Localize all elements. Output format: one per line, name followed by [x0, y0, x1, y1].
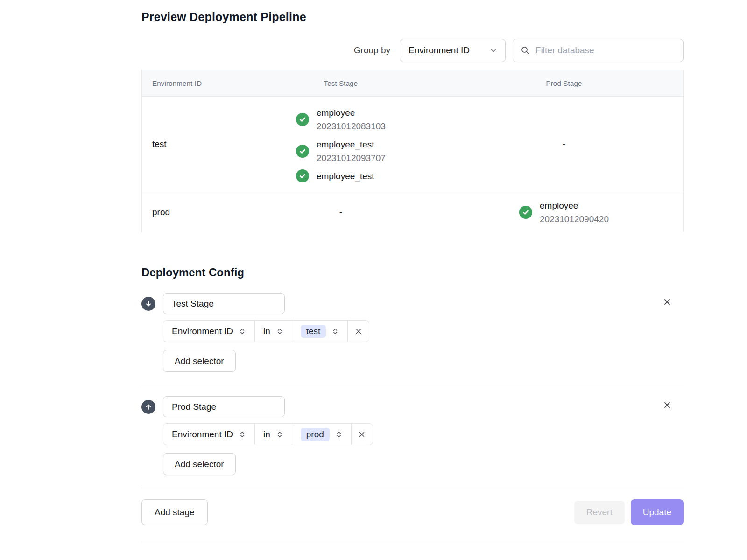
- success-check-icon: [519, 206, 532, 219]
- selector-key-select[interactable]: Environment ID: [163, 321, 254, 342]
- selector-operator-select[interactable]: in: [254, 424, 292, 445]
- selector-key-value: Environment ID: [172, 326, 233, 336]
- add-stage-button[interactable]: Add stage: [141, 499, 208, 525]
- task-item: employee_test 20231012093707: [296, 138, 386, 165]
- task-database-name: employee_test: [317, 138, 386, 151]
- table-row-prod: prod - employee 20231012090420: [142, 192, 683, 232]
- prod-stage-cell: -: [445, 139, 683, 149]
- selector-value-select[interactable]: test: [292, 321, 348, 342]
- remove-selector-button[interactable]: [351, 424, 373, 445]
- page-title: Preview Deployment Pipeline: [141, 0, 684, 24]
- success-check-icon: [296, 113, 309, 126]
- selector-value-select[interactable]: prod: [292, 424, 351, 445]
- success-check-icon: [296, 169, 309, 182]
- stage-config-test: Environment ID in test Add selector: [141, 293, 684, 372]
- updown-chevron-icon: [276, 431, 283, 438]
- arrow-down-circle-icon: [141, 297, 155, 311]
- task-item: employee 20231012083103: [296, 106, 386, 133]
- selector-operator-value: in: [263, 429, 270, 440]
- pipeline-table: Environment ID Test Stage Prod Stage tes…: [141, 70, 684, 232]
- actions-divider: [141, 488, 684, 488]
- column-header-environment-id: Environment ID: [142, 79, 237, 87]
- stage-name-input[interactable]: [163, 396, 285, 417]
- remove-stage-button[interactable]: [662, 297, 672, 307]
- remove-stage-button[interactable]: [662, 400, 672, 410]
- table-row-test: test employee 20231012083103: [142, 97, 683, 192]
- task-item: employee 20231012090420: [519, 199, 609, 226]
- column-header-test-stage: Test Stage: [237, 79, 445, 87]
- success-check-icon: [296, 145, 309, 158]
- prod-stage-cell: employee 20231012090420: [445, 199, 683, 226]
- task-database-name: employee: [317, 106, 386, 119]
- task-database-name: employee: [540, 199, 609, 212]
- group-by-select[interactable]: Environment ID: [400, 39, 506, 62]
- stage-name-input[interactable]: [163, 293, 285, 314]
- task-database-name: employee_test: [317, 169, 374, 183]
- arrow-up-circle-icon: [141, 400, 155, 414]
- updown-chevron-icon: [239, 328, 246, 335]
- environment-name: prod: [142, 207, 237, 217]
- add-selector-button[interactable]: Add selector: [163, 453, 236, 475]
- environment-name: test: [142, 139, 237, 149]
- page: Preview Deployment Pipeline Group by Env…: [0, 0, 747, 560]
- filter-database-box: [513, 39, 684, 62]
- selector-operator-select[interactable]: in: [254, 321, 292, 342]
- remove-selector-button[interactable]: [347, 321, 369, 342]
- revert-button[interactable]: Revert: [574, 501, 625, 524]
- add-selector-button[interactable]: Add selector: [163, 350, 236, 372]
- chevron-down-icon: [489, 46, 498, 55]
- pipeline-table-header: Environment ID Test Stage Prod Stage: [142, 70, 683, 97]
- selector-operator-value: in: [263, 326, 270, 336]
- empty-stage-dash: -: [563, 139, 565, 149]
- stage-config-prod: Environment ID in prod Add selector: [141, 396, 684, 475]
- updown-chevron-icon: [239, 431, 246, 438]
- close-icon: [662, 297, 672, 307]
- updown-chevron-icon: [276, 328, 283, 335]
- task-schema-version: 20231012093707: [317, 151, 386, 165]
- toolbar: Group by Environment ID: [141, 39, 684, 62]
- group-by-label: Group by: [354, 45, 390, 56]
- stage-divider: [141, 385, 684, 385]
- selector-key-value: Environment ID: [172, 429, 233, 440]
- task-schema-version: 20231012090420: [540, 212, 609, 226]
- bottom-divider: [141, 542, 684, 542]
- actions-row: Add stage Revert Update: [141, 499, 684, 525]
- empty-stage-dash: -: [339, 207, 342, 217]
- selector-row: Environment ID in test: [163, 320, 369, 342]
- test-stage-cell: employee 20231012083103 employee_test 20…: [237, 106, 445, 183]
- close-icon: [358, 430, 366, 439]
- test-stage-cell: -: [237, 207, 445, 217]
- column-header-prod-stage: Prod Stage: [445, 79, 683, 87]
- search-icon: [521, 46, 530, 55]
- selector-value-tag: prod: [301, 428, 330, 441]
- updown-chevron-icon: [335, 431, 343, 438]
- close-icon: [662, 400, 672, 410]
- selector-key-select[interactable]: Environment ID: [163, 424, 254, 445]
- task-schema-version: 20231012083103: [317, 119, 386, 133]
- task-item: employee_test: [296, 169, 374, 183]
- selector-row: Environment ID in prod: [163, 423, 373, 445]
- close-icon: [354, 327, 363, 336]
- selector-value-tag: test: [301, 325, 326, 338]
- filter-database-input[interactable]: [536, 45, 676, 56]
- update-button[interactable]: Update: [631, 499, 684, 525]
- deployment-config-title: Deployment Config: [141, 266, 684, 279]
- group-by-selected-value: Environment ID: [409, 45, 470, 56]
- updown-chevron-icon: [331, 328, 339, 335]
